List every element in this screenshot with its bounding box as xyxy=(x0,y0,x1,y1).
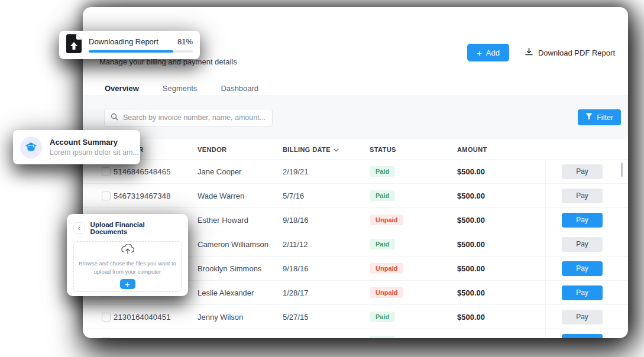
vendor-name: Guy Hawkins xyxy=(198,337,283,339)
account-summary-title: Account Summary xyxy=(50,138,139,147)
upload-card-title: Upload Financial Documents xyxy=(90,221,182,235)
status-badge: Paid xyxy=(370,239,395,249)
pay-button[interactable]: Pay xyxy=(562,310,603,324)
vertical-scrollbar[interactable] xyxy=(621,163,623,177)
amount: $500.00 xyxy=(457,337,545,339)
table-row: 2130164040451 Jenny Wilson 5/27/15 Paid … xyxy=(83,304,628,329)
filter-icon xyxy=(585,113,593,122)
row-checkbox[interactable] xyxy=(102,337,111,339)
downloading-report-toast: Downloading Report 81% xyxy=(59,31,200,59)
download-percent: 81% xyxy=(177,37,193,46)
vendor-name: Brooklyn Simmons xyxy=(198,264,283,273)
search-icon xyxy=(111,112,118,123)
amount: $500.00 xyxy=(457,264,545,273)
status-badge: Unpaid xyxy=(370,215,403,225)
status-badge: Paid xyxy=(370,311,395,322)
filter-button[interactable]: Filter xyxy=(578,109,621,125)
search-input[interactable] xyxy=(123,113,266,122)
upload-documents-card: ‹ Upload Financial Documents Browse and … xyxy=(67,214,188,296)
download-icon xyxy=(525,47,533,58)
vendor-name: Jenny Wilson xyxy=(198,313,283,322)
billing-date: 5/7/16 xyxy=(283,192,370,200)
plus-icon: + xyxy=(477,48,482,57)
add-button-label: Add xyxy=(486,48,500,57)
billing-date: 2/19/21 xyxy=(283,167,370,176)
billing-date: 5/27/15 xyxy=(283,313,370,322)
cloud-upload-icon xyxy=(121,244,134,257)
pay-button[interactable]: Pay xyxy=(562,261,603,276)
account-summary-icon xyxy=(20,137,42,158)
vendor-name: Wade Warren xyxy=(198,192,283,200)
progress-bar-fill xyxy=(89,50,173,53)
amount: $500.00 xyxy=(457,313,545,322)
pay-button[interactable]: Pay xyxy=(562,334,603,339)
column-header-vendor: VENDOR xyxy=(198,146,283,153)
add-file-button[interactable]: + xyxy=(120,279,135,289)
status-badge: Unpaid xyxy=(370,287,403,298)
file-dropzone[interactable]: Browse and chose the files you want to u… xyxy=(73,241,182,292)
table-row: 5467319467348 Wade Warren 5/7/16 Paid $5… xyxy=(83,183,628,207)
pay-button[interactable]: Pay xyxy=(562,213,603,228)
account-summary-subtitle: Lorem ipsum dolor sit am... xyxy=(50,148,139,157)
status-badge: Unpaid xyxy=(370,263,403,274)
invoice-number: 5467319467348 xyxy=(114,192,198,200)
table-row: 0428194645484 Guy Hawkins 5/19/12 Paid $… xyxy=(83,329,628,338)
invoice-number: 0428194645484 xyxy=(114,337,198,339)
action-column-divider xyxy=(545,159,546,338)
vendor-name: Jane Cooper xyxy=(198,167,283,176)
progress-bar xyxy=(89,50,193,53)
amount: $500.00 xyxy=(457,288,545,297)
header-actions: + Add Download PDF Report xyxy=(467,44,615,61)
billing-date: 2/11/12 xyxy=(283,240,370,249)
invoice-number: 5146846548465 xyxy=(114,167,198,176)
account-summary-text: Account Summary Lorem ipsum dolor sit am… xyxy=(50,138,139,157)
pay-button[interactable]: Pay xyxy=(562,285,603,300)
amount: $500.00 xyxy=(457,192,545,200)
sort-chevron-down-icon xyxy=(334,146,339,153)
pay-button[interactable]: Pay xyxy=(562,189,603,203)
vendor-name: Esther Howard xyxy=(198,216,283,225)
download-toast-title: Downloading Report xyxy=(89,37,158,46)
account-summary-toast[interactable]: Account Summary Lorem ipsum dolor sit am… xyxy=(13,130,140,164)
plus-icon: + xyxy=(125,279,130,289)
table-toolbar: Filter xyxy=(83,95,628,139)
pay-button[interactable]: Pay xyxy=(562,164,603,179)
status-badge: Paid xyxy=(370,190,395,201)
status-badge: Paid xyxy=(370,336,395,338)
billing-date: 5/19/12 xyxy=(283,337,370,339)
back-button[interactable]: ‹ xyxy=(73,222,85,234)
filter-button-label: Filter xyxy=(597,113,613,122)
download-pdf-report-label: Download PDF Report xyxy=(538,48,615,57)
billing-date: 1/28/17 xyxy=(283,288,370,297)
download-progress-body: Downloading Report 81% xyxy=(89,37,193,53)
report-file-icon xyxy=(66,34,82,56)
billing-date: 9/18/16 xyxy=(283,264,370,273)
search-box xyxy=(104,109,273,126)
row-checkbox[interactable] xyxy=(102,192,111,200)
column-header-status: STATUS xyxy=(370,146,457,153)
download-pdf-report-button[interactable]: Download PDF Report xyxy=(525,47,615,58)
add-button[interactable]: + Add xyxy=(467,44,509,61)
table-row: 5146846548465 Jane Cooper 2/19/21 Paid $… xyxy=(83,159,628,183)
vendor-name: Cameron Williamson xyxy=(198,240,283,249)
amount: $500.00 xyxy=(457,240,545,249)
amount: $500.00 xyxy=(457,167,545,176)
table-header-row: NUMBER VENDOR BILLING DATE STATUS AMOUNT xyxy=(83,139,628,159)
billing-date: 9/18/16 xyxy=(283,216,370,225)
invoice-number: 2130164040451 xyxy=(114,313,198,322)
column-header-amount: AMOUNT xyxy=(457,146,545,153)
row-checkbox[interactable] xyxy=(102,167,111,176)
column-header-billing-date[interactable]: BILLING DATE xyxy=(283,146,370,153)
dropzone-description: Browse and chose the files you want to u… xyxy=(79,259,176,276)
upload-card-header: ‹ Upload Financial Documents xyxy=(73,221,182,235)
billing-app: Manage your billing and payment details … xyxy=(0,0,644,357)
row-checkbox[interactable] xyxy=(102,313,111,322)
vendor-name: Leslie Alexander xyxy=(198,288,283,297)
amount: $500.00 xyxy=(457,216,545,225)
chevron-left-icon: ‹ xyxy=(78,224,80,232)
pay-button[interactable]: Pay xyxy=(562,237,603,252)
status-badge: Paid xyxy=(370,166,395,177)
